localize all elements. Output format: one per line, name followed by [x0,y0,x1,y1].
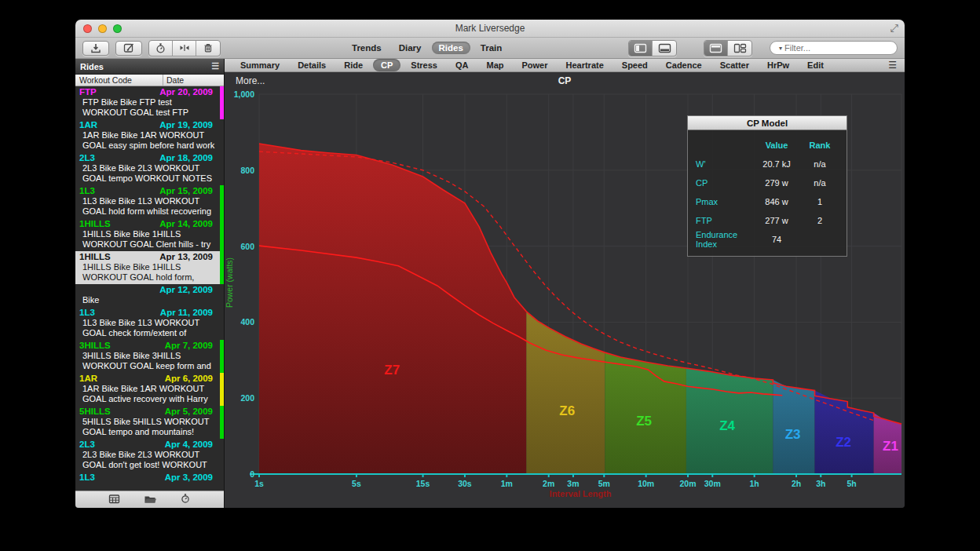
titlebar[interactable]: Mark Liversedge ⤢ [75,20,905,38]
ride-list-item[interactable]: 1ARApr 19, 20091AR Bike Bike 1AR WORKOUT… [75,119,224,152]
tab-scatter[interactable]: Scatter [712,59,757,71]
ride-row-header: 1HILLSApr 13, 2009 [79,252,216,262]
tab-ride[interactable]: Ride [336,59,371,71]
sidebar-title: Rides [80,62,104,71]
tiled-panes-icon [733,43,747,53]
tab-edit[interactable]: Edit [799,59,832,71]
tab-speed[interactable]: Speed [614,59,656,71]
close-button[interactable] [83,24,92,33]
tab-cadence[interactable]: Cadence [658,59,710,71]
calendar-button[interactable] [108,493,120,507]
ride-code: 2L3 [79,440,95,450]
ride-list-item[interactable]: 2L3Apr 4, 20092L3 Bike Bike 2L3 WORKOUT … [75,439,224,472]
ride-list-item[interactable]: 1L3Apr 3, 2009 [75,472,224,484]
calendar-icon [108,494,120,504]
single-view-button[interactable] [704,41,728,56]
view-button-train[interactable]: Train [474,42,509,54]
cp-model-value: 74 [752,235,801,244]
compose-button[interactable] [115,41,142,56]
rides-sidebar: Rides ☰ Workout Code Date FTPApr 20, 200… [75,59,225,508]
ride-date: Apr 20, 2009 [159,87,216,97]
bottom-panel-icon [658,43,671,53]
tab-summary[interactable]: Summary [232,59,287,71]
split-ride-button[interactable] [173,41,196,56]
cp-model-label: Endurance Index [696,230,752,249]
tab-power[interactable]: Power [514,59,555,71]
cp-model-label: CP [696,178,752,188]
x-tick-label: 30m [704,479,721,488]
column-date[interactable]: Date [163,75,224,86]
window-title: Mark Liversedge [75,20,905,37]
ride-list-item[interactable]: 1L3Apr 11, 20091L3 Bike Bike 1L3 WORKOUT… [75,307,224,340]
x-tick-label: 5s [352,479,361,488]
cp-model-row: Endurance Index74 [696,230,839,249]
tab-cp[interactable]: CP [373,59,400,71]
ride-description: 1HILLS Bike Bike 1HILLS WORKOUT GOAL Cle… [79,229,216,250]
download-button[interactable] [82,41,109,56]
y-tick-label: 800 [240,166,254,175]
intervals-button[interactable] [180,493,191,507]
ride-code: 1AR [79,120,97,130]
toggle-bottombar-button[interactable] [653,41,676,56]
cp-model-value: 277 w [752,216,801,225]
ride-date: Apr 14, 2009 [159,219,216,229]
ride-list-item[interactable]: 1HILLSApr 14, 20091HILLS Bike Bike 1HILL… [75,218,224,251]
interval-stopwatch-button[interactable] [149,41,173,56]
ride-description: FTP Bike Bike FTP test WORKOUT GOAL test… [79,97,216,118]
x-tick-label: 1h [750,479,759,488]
ride-list-item[interactable]: 1L3Apr 15, 20091L3 Bike Bike 1L3 WORKOUT… [75,185,224,218]
tab-hrpw[interactable]: HrPw [759,59,797,71]
stopwatch-icon [155,42,166,54]
filter-field[interactable]: ▾ [770,41,898,55]
tab-details[interactable]: Details [290,59,334,71]
ride-list-item[interactable]: Apr 12, 2009Bike [75,284,224,307]
tabbar-menu-icon[interactable]: ☰ [888,60,897,71]
ride-description: Bike [79,295,216,305]
filter-input[interactable] [784,43,896,53]
ride-date: Apr 12, 2009 [159,285,216,295]
view-button-diary[interactable]: Diary [392,42,429,54]
ride-color-bar [220,86,224,119]
folder-button[interactable] [144,493,156,507]
list-column-header[interactable]: Workout Code Date [75,75,224,86]
filter-dropdown-arrow[interactable]: ▾ [779,45,782,52]
x-tick-label: 1m [501,479,513,488]
x-axis-title: Interval Length [550,489,612,498]
fullscreen-icon[interactable]: ⤢ [890,22,898,35]
toggle-sidebar-button[interactable] [629,41,653,56]
tiled-view-button[interactable] [728,41,751,56]
ride-code: 1L3 [79,473,95,483]
ride-date: Apr 15, 2009 [159,186,216,196]
column-workout-code[interactable]: Workout Code [75,75,163,86]
zoom-button[interactable] [113,24,122,33]
zone-label-z7: Z7 [384,363,400,378]
minimize-button[interactable] [98,24,107,33]
tab-stress[interactable]: Stress [403,59,445,71]
single-pane-icon [709,43,722,53]
ride-list-item[interactable]: 5HILLSApr 5, 20095HILLS Bike 5HILLS WORK… [75,406,224,439]
y-tick-label: 600 [240,242,254,251]
x-tick-label: 20m [680,479,697,488]
ride-list-item[interactable]: 1HILLSApr 13, 20091HILLS Bike Bike 1HILL… [75,251,224,284]
y-tick-label: 0 [250,469,254,479]
ride-list-item[interactable]: 2L3Apr 18, 20092L3 Bike Bike 2L3 WORKOUT… [75,152,224,185]
view-button-rides[interactable]: Rides [432,42,470,54]
ride-list-item[interactable]: 3HILLSApr 7, 20093HILLS Bike Bike 3HILLS… [75,340,224,373]
tab-heartrate[interactable]: Heartrate [558,59,612,71]
view-button-trends[interactable]: Trends [345,42,389,54]
cp-model-header-row: ValueRank [696,136,839,155]
ride-row-header: FTPApr 20, 2009 [79,87,216,97]
tab-qa[interactable]: QA [448,59,477,71]
sidebar-menu-icon[interactable]: ☰ [211,61,219,71]
cp-model-col-rank: Rank [801,140,839,150]
tab-map[interactable]: Map [478,59,511,71]
ride-list-item[interactable]: FTPApr 20, 2009FTP Bike Bike FTP test WO… [75,86,224,119]
delete-ride-button[interactable] [196,41,220,56]
cp-model-value: 279 w [752,178,801,188]
zone-label-z4: Z4 [719,418,735,433]
sidebar-header: Rides ☰ [75,59,224,75]
ride-list-item[interactable]: 1ARApr 6, 20091AR Bike Bike 1AR WORKOUT … [75,373,224,406]
ride-code: FTP [79,87,97,97]
stopwatch-small-icon [180,493,191,504]
ride-code: 3HILLS [79,341,111,351]
